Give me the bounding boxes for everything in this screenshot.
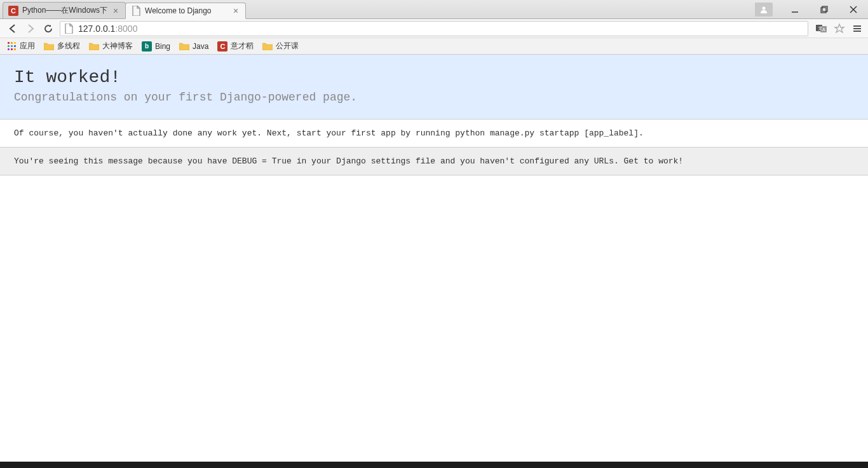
bookmark-label: 意才稻 xyxy=(231,41,254,52)
maximize-button[interactable] xyxy=(810,3,839,17)
back-button[interactable] xyxy=(4,20,22,37)
c-red-icon: C xyxy=(8,6,18,16)
svg-text:A: A xyxy=(822,27,825,32)
star-icon[interactable] xyxy=(832,22,846,36)
forward-button[interactable] xyxy=(22,20,39,37)
taskbar xyxy=(0,462,868,468)
window-controls xyxy=(755,0,868,19)
instructions-text: Of course, you haven't actually done any… xyxy=(0,120,868,148)
close-button[interactable] xyxy=(839,3,868,17)
header-section: It worked! Congratulations on your first… xyxy=(0,55,868,120)
bookmark-opencourse[interactable]: 公开课 xyxy=(259,39,302,53)
folder-icon xyxy=(262,42,273,50)
user-button[interactable] xyxy=(755,3,773,17)
folder-icon xyxy=(89,42,99,50)
bookmark-label: 大神博客 xyxy=(102,41,133,52)
address-input[interactable]: 127.0.0.1:8000 xyxy=(60,21,808,36)
url-port: :8000 xyxy=(115,24,137,34)
tab-django[interactable]: Welcome to Django × xyxy=(125,3,246,19)
c-red-icon: C xyxy=(217,41,227,52)
apps-grid-icon xyxy=(8,42,17,51)
folder-icon xyxy=(44,42,54,50)
close-icon[interactable]: × xyxy=(111,6,120,15)
url-host: 127.0.0.1 xyxy=(78,24,115,34)
page-heading: It worked! xyxy=(14,67,854,87)
bookmark-yicaidao[interactable]: C 意才稻 xyxy=(214,39,257,53)
translate-icon[interactable]: 文A xyxy=(815,22,829,36)
bookmark-label: 多线程 xyxy=(57,41,80,52)
address-bar: 127.0.0.1:8000 文A xyxy=(0,19,868,38)
explanation-text: You're seeing this message because you h… xyxy=(0,148,868,176)
folder-icon xyxy=(179,42,189,50)
page-subheading: Congratulations on your first Django-pow… xyxy=(14,91,854,104)
tab-python[interactable]: C Python——在Windows下 × xyxy=(3,2,126,18)
bookmark-java[interactable]: Java xyxy=(175,41,212,52)
reload-button[interactable] xyxy=(39,20,57,37)
page-icon xyxy=(131,6,141,16)
menu-icon[interactable] xyxy=(850,22,864,36)
svg-rect-3 xyxy=(822,6,827,11)
svg-point-0 xyxy=(763,7,766,10)
tab-title: Python——在Windows下 xyxy=(22,5,107,16)
svg-rect-2 xyxy=(821,8,826,13)
bookmark-label: Bing xyxy=(155,42,170,51)
bookmark-godblog[interactable]: 大神博客 xyxy=(85,39,137,53)
page-icon xyxy=(64,24,74,34)
tab-title: Welcome to Django xyxy=(145,6,227,15)
bookmark-bing[interactable]: b Bing xyxy=(138,40,174,53)
bing-icon: b xyxy=(142,41,152,52)
bookmarks-bar: 应用 多线程 大神博客 b Bing Java C 意才稻 公开课 xyxy=(0,38,868,55)
url-text: 127.0.0.1:8000 xyxy=(78,24,804,34)
bookmark-multithreading[interactable]: 多线程 xyxy=(40,39,84,53)
apps-button[interactable]: 应用 xyxy=(4,39,39,53)
page-content: It worked! Congratulations on your first… xyxy=(0,55,868,176)
bookmark-label: 公开课 xyxy=(276,41,299,52)
svg-text:文: 文 xyxy=(818,26,822,31)
minimize-button[interactable] xyxy=(780,3,810,17)
bookmark-label: Java xyxy=(193,42,208,51)
apps-label: 应用 xyxy=(20,41,35,52)
close-icon[interactable]: × xyxy=(231,6,240,15)
tab-bar: C Python——在Windows下 × Welcome to Django … xyxy=(0,0,868,19)
